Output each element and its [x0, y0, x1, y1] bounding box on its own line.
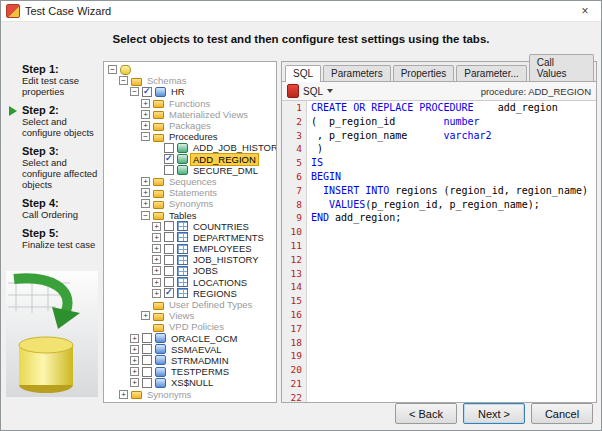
expand-icon[interactable]: + — [141, 99, 150, 108]
sql-dropdown[interactable]: SQL — [303, 86, 333, 97]
tree-item[interactable]: SECURE_DML — [104, 165, 276, 176]
expand-icon[interactable]: + — [152, 255, 161, 264]
tree-item[interactable]: +Synonyms — [104, 388, 276, 399]
tab-sql[interactable]: SQL — [285, 65, 321, 82]
checkbox[interactable] — [142, 333, 152, 343]
close-button[interactable]: × — [569, 1, 601, 21]
checkbox[interactable] — [164, 154, 174, 164]
expand-icon[interactable]: + — [141, 311, 150, 320]
checkbox[interactable] — [142, 367, 152, 377]
checkbox[interactable] — [142, 344, 152, 354]
tab-parameters[interactable]: Parameters — [323, 65, 391, 81]
sql-code-editor[interactable]: 1CREATE OR REPLACE PROCEDURE add_region2… — [282, 101, 596, 402]
tree-item[interactable]: +Statements — [104, 187, 276, 198]
step-item: Step 2:Select and configure objects — [9, 104, 103, 138]
tab-properties[interactable]: Properties — [393, 65, 455, 81]
tree-item[interactable]: +TESTPERMS — [104, 366, 276, 377]
tree-item[interactable]: +COUNTRIES — [104, 221, 276, 232]
code-text: END add_region; — [307, 211, 401, 225]
collapse-icon[interactable]: − — [141, 132, 150, 141]
back-button[interactable]: < Back — [395, 403, 457, 424]
tree-item[interactable]: +EMPLOYEES — [104, 243, 276, 254]
expand-icon[interactable]: + — [141, 110, 150, 119]
expand-icon[interactable]: + — [130, 334, 139, 343]
expand-icon[interactable]: + — [152, 222, 161, 231]
tree-item-label: SSMAEVAL — [169, 344, 224, 355]
tree-item[interactable]: −Procedures — [104, 131, 276, 142]
code-text — [307, 253, 311, 267]
line-number: 22 — [282, 391, 307, 402]
tree-item[interactable]: +STRMADMIN — [104, 355, 276, 366]
checkbox[interactable] — [142, 87, 152, 97]
tree-item[interactable]: +Materialized Views — [104, 109, 276, 120]
tree-item[interactable]: +Synonyms — [104, 198, 276, 209]
expand-icon[interactable]: + — [152, 289, 161, 298]
checkbox[interactable] — [164, 232, 174, 242]
expand-icon[interactable]: + — [130, 367, 139, 376]
checkbox[interactable] — [164, 288, 174, 298]
tree-item-label: Tables — [167, 210, 198, 221]
proc-icon — [177, 154, 188, 164]
tree-item[interactable]: +Sequences — [104, 176, 276, 187]
code-line: 20 — [282, 363, 596, 377]
table-icon — [177, 232, 188, 242]
checkbox[interactable] — [142, 378, 152, 388]
expand-icon[interactable]: + — [141, 177, 150, 186]
tree-item[interactable]: +Packages — [104, 120, 276, 131]
step-description: Edit test case properties — [22, 75, 103, 97]
code-text: INSERT INTO regions (region_id, region_n… — [307, 184, 588, 198]
collapse-icon[interactable]: − — [141, 211, 150, 220]
tree-item-label: COUNTRIES — [191, 221, 251, 232]
collapse-icon[interactable]: − — [119, 76, 128, 85]
tree-item[interactable]: ADD_REGION — [104, 154, 276, 165]
checkbox[interactable] — [164, 244, 174, 254]
expand-icon[interactable]: + — [141, 121, 150, 130]
tree-item[interactable]: − — [104, 64, 276, 75]
wizard-graphic — [6, 271, 98, 397]
tree-item-label: TESTPERMS — [169, 366, 231, 377]
tree-item[interactable]: +ORACLE_OCM — [104, 333, 276, 344]
tree-item[interactable]: +SSMAEVAL — [104, 344, 276, 355]
expand-icon[interactable]: + — [141, 188, 150, 197]
tree-item[interactable]: +XS$NULL — [104, 377, 276, 388]
steps-panel: Step 1:Edit test case propertiesStep 2:S… — [9, 63, 103, 257]
tree-item[interactable]: +JOBS — [104, 265, 276, 276]
code-text — [307, 363, 311, 377]
checkbox[interactable] — [164, 255, 174, 265]
expand-icon[interactable]: + — [152, 266, 161, 275]
collapse-icon[interactable]: − — [130, 87, 139, 96]
tree-item[interactable]: +REGIONS — [104, 288, 276, 299]
tree-item[interactable]: +Functions — [104, 98, 276, 109]
tree-item[interactable]: +Views — [104, 310, 276, 321]
tree-item[interactable]: −Schemas — [104, 75, 276, 86]
checkbox[interactable] — [164, 221, 174, 231]
code-text — [307, 267, 311, 281]
expand-icon[interactable]: + — [141, 199, 150, 208]
expand-icon[interactable]: + — [119, 390, 128, 399]
tree-item[interactable]: −HR — [104, 86, 276, 97]
tree-item[interactable]: +LOCATIONS — [104, 277, 276, 288]
expand-icon[interactable]: + — [130, 345, 139, 354]
tree-item[interactable]: +JOB_HISTORY — [104, 254, 276, 265]
cancel-button[interactable]: Cancel — [531, 403, 593, 424]
expand-icon[interactable]: + — [130, 356, 139, 365]
checkbox[interactable] — [164, 277, 174, 287]
collapse-icon[interactable]: − — [108, 65, 117, 74]
expand-icon[interactable]: + — [152, 278, 161, 287]
tab-parameter[interactable]: Parameter... — [456, 65, 526, 81]
checkbox[interactable] — [164, 266, 174, 276]
tree-item[interactable]: VPD Policies — [104, 321, 276, 332]
expand-icon[interactable]: + — [152, 233, 161, 242]
tree-item[interactable]: User Defined Types — [104, 299, 276, 310]
next-button[interactable]: Next > — [463, 403, 525, 424]
tab-call-values[interactable]: Call Values — [529, 54, 594, 81]
folder-icon — [153, 123, 164, 131]
tree-item[interactable]: +DEPARTMENTS — [104, 232, 276, 243]
checkbox[interactable] — [164, 143, 174, 153]
expand-icon[interactable]: + — [152, 244, 161, 253]
tree-item[interactable]: −Tables — [104, 209, 276, 220]
checkbox[interactable] — [142, 355, 152, 365]
expand-icon[interactable]: + — [130, 378, 139, 387]
checkbox[interactable] — [164, 165, 174, 175]
tree-item[interactable]: ADD_JOB_HISTORY — [104, 142, 276, 153]
